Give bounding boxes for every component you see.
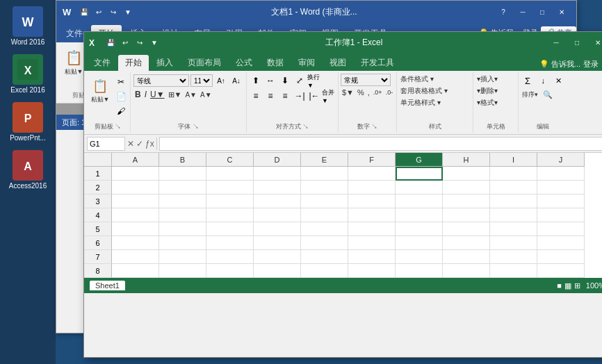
cell-G1[interactable]	[396, 167, 443, 181]
sidebar-item-excel[interactable]: X Excel 2016	[3, 51, 53, 97]
row-header-4[interactable]: 4	[84, 208, 112, 222]
cell-D3[interactable]	[254, 195, 301, 208]
cell-A6[interactable]	[112, 236, 159, 250]
cell-B5[interactable]	[159, 222, 206, 236]
excel-center-align-btn[interactable]: ≡	[263, 89, 277, 103]
excel-cut-btn[interactable]: ✂	[114, 75, 128, 89]
excel-tell-me[interactable]: 💡 告诉我...	[539, 59, 580, 69]
cell-H8[interactable]	[443, 264, 490, 278]
excel-comma-btn[interactable]: ,	[366, 88, 371, 97]
cell-F2[interactable]	[348, 181, 396, 195]
excel-percent-btn[interactable]: %	[356, 88, 366, 97]
cell-A2[interactable]	[112, 181, 159, 195]
excel-shrink-font-btn[interactable]: A↓	[229, 74, 243, 88]
excel-login-btn[interactable]: 登录	[583, 59, 599, 69]
cell-H5[interactable]	[443, 222, 490, 236]
cell-F6[interactable]	[348, 236, 396, 250]
cell-B7[interactable]	[159, 250, 206, 264]
excel-right-align-btn[interactable]: ≡	[278, 89, 292, 103]
excel-cell-style-btn[interactable]: 单元格样式 ▾	[399, 97, 471, 108]
cell-H3[interactable]	[443, 195, 490, 208]
excel-tab-insert[interactable]: 插入	[149, 55, 180, 71]
formula-insert-func-icon[interactable]: ƒx	[145, 139, 154, 149]
cell-B1[interactable]	[159, 167, 206, 181]
word-close-btn[interactable]: ✕	[553, 5, 571, 19]
excel-clear-btn[interactable]: ✕	[551, 74, 565, 88]
word-maximize-btn[interactable]: □	[533, 5, 551, 19]
cell-G4[interactable]	[396, 208, 443, 222]
cell-F5[interactable]	[348, 222, 396, 236]
cell-H1[interactable]	[443, 167, 490, 181]
excel-tab-page[interactable]: 页面布局	[181, 55, 228, 71]
col-header-c[interactable]: C	[206, 153, 254, 167]
row-header-1[interactable]: 1	[84, 167, 112, 181]
cell-J4[interactable]	[537, 208, 585, 222]
word-help-btn[interactable]: ?	[494, 5, 512, 19]
cell-I4[interactable]	[490, 208, 537, 222]
cell-I8[interactable]	[490, 264, 537, 278]
cell-I1[interactable]	[490, 167, 537, 181]
cell-B8[interactable]	[159, 264, 206, 278]
cell-J8[interactable]	[537, 264, 585, 278]
cell-C1[interactable]	[206, 167, 254, 181]
excel-outdent-btn[interactable]: |←	[307, 89, 321, 103]
cell-D1[interactable]	[254, 167, 301, 181]
word-redo-btn[interactable]: ↪	[107, 6, 120, 18]
excel-view-page[interactable]: ⊞	[574, 281, 580, 290]
excel-font-name-select[interactable]: 等线	[133, 74, 189, 87]
cell-C3[interactable]	[206, 195, 254, 208]
cell-G6[interactable]	[396, 236, 443, 250]
excel-border-btn[interactable]: ⊞▼	[167, 90, 184, 100]
cell-I7[interactable]	[490, 250, 537, 264]
excel-font-color-btn[interactable]: A▼	[199, 90, 213, 99]
excel-inc-decimal-btn[interactable]: .0+	[372, 88, 384, 97]
cell-H4[interactable]	[443, 208, 490, 222]
col-header-i[interactable]: I	[490, 153, 537, 167]
excel-merge-btn[interactable]: 合并▼	[322, 89, 336, 103]
cell-I3[interactable]	[490, 195, 537, 208]
cell-D7[interactable]	[254, 250, 301, 264]
cell-J5[interactable]	[537, 222, 585, 236]
cell-A5[interactable]	[112, 222, 159, 236]
cell-A4[interactable]	[112, 208, 159, 222]
excel-format-paint-btn[interactable]: 🖌	[114, 104, 128, 118]
cell-B6[interactable]	[159, 236, 206, 250]
cell-E5[interactable]	[301, 222, 348, 236]
excel-indent-btn[interactable]: →|	[293, 89, 307, 103]
cell-A1[interactable]	[112, 167, 159, 181]
cell-D2[interactable]	[254, 181, 301, 195]
cell-G7[interactable]	[396, 250, 443, 264]
excel-format-btn[interactable]: ▾格式▾	[475, 97, 499, 108]
excel-undo-btn[interactable]: ↩	[119, 36, 131, 49]
excel-minimize-btn[interactable]: □	[568, 35, 586, 49]
row-header-7[interactable]: 7	[84, 250, 112, 264]
word-qat-dropdown[interactable]: ▼	[122, 6, 134, 18]
excel-close-btn[interactable]: ✕	[589, 35, 602, 49]
excel-dec-decimal-btn[interactable]: .0-	[384, 88, 395, 97]
formula-confirm-icon[interactable]: ✓	[136, 139, 143, 149]
col-header-f[interactable]: F	[348, 153, 396, 167]
col-header-j[interactable]: J	[537, 153, 585, 167]
cell-E2[interactable]	[301, 181, 348, 195]
cell-J3[interactable]	[537, 195, 585, 208]
excel-sum-btn[interactable]: Σ	[521, 74, 535, 88]
cell-G3[interactable]	[396, 195, 443, 208]
cell-H6[interactable]	[443, 236, 490, 250]
excel-sheet-tab[interactable]: Sheet1	[90, 281, 125, 290]
cell-D6[interactable]	[254, 236, 301, 250]
cell-F4[interactable]	[348, 208, 396, 222]
excel-save-btn[interactable]: 💾	[104, 36, 117, 49]
excel-bold-btn[interactable]: B	[133, 89, 143, 100]
excel-mid-align-btn[interactable]: ↔	[263, 74, 277, 88]
excel-tab-review[interactable]: 审阅	[291, 55, 322, 71]
row-header-3[interactable]: 3	[84, 195, 112, 208]
cell-A3[interactable]	[112, 195, 159, 208]
cell-H7[interactable]	[443, 250, 490, 264]
excel-help-btn[interactable]: ─	[547, 35, 565, 49]
excel-orient-btn[interactable]: ⤢	[293, 74, 307, 88]
row-header-5[interactable]: 5	[84, 222, 112, 236]
cell-G2[interactable]	[396, 181, 443, 195]
sidebar-item-powerpoint[interactable]: P PowerPnt...	[3, 99, 53, 144]
excel-wrap-btn[interactable]: 换行▼	[307, 74, 321, 88]
excel-grow-font-btn[interactable]: A↑	[214, 74, 228, 88]
